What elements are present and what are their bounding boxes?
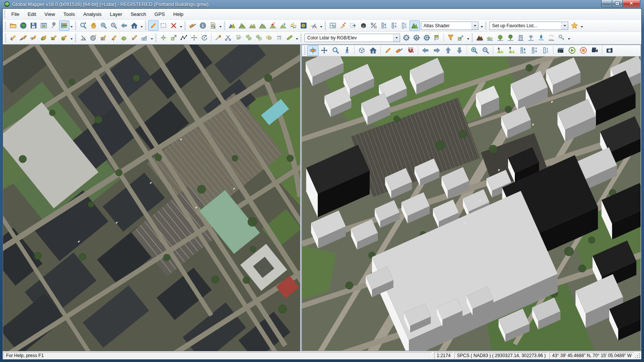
look-down-button[interactable]	[454, 45, 465, 56]
zoom-out-3d-button[interactable]	[480, 45, 491, 56]
dock-pane-button[interactable]	[348, 20, 358, 31]
open-online-data-button[interactable]	[18, 20, 28, 31]
elevation-shader-button[interactable]	[227, 20, 237, 31]
copy-parallel-button[interactable]	[244, 33, 254, 43]
toolbar-dropdown-arrow[interactable]	[466, 33, 470, 42]
zoom-in-3d-button[interactable]	[469, 45, 480, 56]
look-right-button[interactable]	[431, 45, 442, 56]
clear-selection-button[interactable]	[169, 20, 179, 31]
decrease-exaggeration-button[interactable]	[495, 45, 506, 56]
increase-exaggeration-button[interactable]	[506, 45, 517, 56]
create-buffer-button[interactable]	[119, 33, 129, 43]
insert-vertex-button[interactable]	[109, 33, 119, 43]
zoom-out-button[interactable]	[109, 20, 119, 31]
favorites-select-combo[interactable]: Set up Favorites List...	[489, 22, 568, 30]
generate-contours-button[interactable]	[237, 20, 247, 31]
digitizer-tool-button[interactable]	[148, 20, 158, 31]
menu-tools[interactable]: Tools	[59, 10, 79, 19]
edit-vertices-button[interactable]	[179, 33, 189, 43]
show-3d-view-button[interactable]: 3D	[358, 20, 369, 31]
shader-select-combo[interactable]: Atlas Shader	[421, 22, 478, 30]
points-from-area-button[interactable]	[233, 33, 244, 43]
walk-mode-button[interactable]	[341, 45, 353, 56]
lidar-color-picker-button[interactable]	[456, 33, 466, 43]
stylus-edit-button[interactable]	[139, 33, 150, 43]
create-freehand-button[interactable]	[28, 33, 39, 43]
classify-high-vegetation-button[interactable]	[505, 33, 516, 43]
feature-info-button[interactable]	[198, 20, 208, 31]
aerial-map-canvas[interactable]	[3, 45, 300, 351]
full-view-button[interactable]	[129, 20, 139, 31]
create-area-button[interactable]	[39, 33, 49, 43]
wireframe-view-button[interactable]	[356, 45, 367, 56]
snap-magnet-button[interactable]	[405, 45, 416, 56]
capture-video-button[interactable]	[589, 45, 600, 56]
chevron-down-icon[interactable]	[393, 34, 400, 42]
menu-gps[interactable]: GPS	[150, 10, 169, 19]
title-bar[interactable]: Global Mapper v18.0 (b091516) [64-bit] […	[2, 0, 642, 8]
select-features-button[interactable]	[158, 20, 169, 31]
menu-view[interactable]: View	[40, 10, 59, 19]
zoom-in-button[interactable]	[98, 20, 109, 31]
classify-water-button[interactable]	[536, 33, 546, 43]
pan-mode-button[interactable]	[319, 45, 330, 56]
close-button[interactable]: ✕	[622, 0, 640, 7]
auto-classify-noise-button[interactable]	[401, 33, 411, 43]
pen-tool-button[interactable]	[284, 33, 295, 43]
create-circle-button[interactable]	[59, 33, 69, 43]
3d-view-canvas[interactable]	[302, 56, 641, 351]
create-point-button[interactable]	[8, 33, 18, 43]
toolbar-dropdown-arrow[interactable]	[69, 21, 73, 30]
toolbar-dropdown-arrow[interactable]	[295, 33, 299, 42]
play-fly-through-button[interactable]	[566, 45, 578, 56]
lidar-point-display-button[interactable]	[529, 45, 540, 56]
toolbar-dropdown-arrow[interactable]	[179, 21, 183, 30]
lidar-draping-button[interactable]	[517, 45, 529, 56]
lidar-thinning-button[interactable]	[540, 45, 552, 56]
menu-search[interactable]: Search	[127, 10, 150, 19]
minimize-button[interactable]	[601, 0, 612, 7]
toolbar-dropdown-arrow[interactable]	[319, 21, 323, 30]
orbit-mode-button[interactable]	[307, 45, 319, 56]
lidar-return-tool-button[interactable]	[389, 20, 399, 31]
auto-classify-ground-button[interactable]	[411, 33, 422, 43]
chevron-down-icon[interactable]	[561, 22, 568, 30]
combine-areas-button[interactable]	[264, 33, 274, 43]
toolbar-dropdown-arrow[interactable]	[567, 33, 571, 42]
stop-fly-through-button[interactable]	[578, 45, 589, 56]
menu-help[interactable]: Help	[169, 10, 188, 19]
open-control-center-button[interactable]	[59, 20, 69, 31]
move-feature-button[interactable]	[158, 33, 169, 43]
classify-ground-button[interactable]	[475, 33, 485, 43]
offset-copy-button[interactable]	[254, 33, 264, 43]
search-vector-data-button[interactable]	[208, 20, 218, 31]
create-rectangle-button[interactable]	[49, 33, 59, 43]
toolbar-dropdown-arrow[interactable]	[218, 21, 222, 30]
watershed-analysis-button[interactable]	[278, 20, 288, 31]
configuration-button[interactable]	[49, 20, 59, 31]
lidar-height-tool-button[interactable]	[379, 20, 389, 31]
toolbar-dropdown-arrow[interactable]	[139, 21, 144, 30]
record-fly-through-button[interactable]	[555, 45, 566, 56]
toolbar-dropdown-arrow[interactable]	[480, 21, 484, 30]
shader-options-button[interactable]	[299, 20, 309, 31]
create-line-button[interactable]	[18, 33, 28, 43]
classify-medium-vegetation-button[interactable]	[495, 33, 505, 43]
lidar-extract-tool-button[interactable]	[399, 20, 410, 31]
lidar-color-mode-combo[interactable]: Color Lidar by RGB/Elev	[305, 34, 400, 42]
open-file-button[interactable]	[8, 20, 18, 31]
snap-to-feature-button[interactable]	[213, 33, 223, 43]
classify-powerline-button[interactable]	[526, 33, 536, 43]
map-layout-button[interactable]	[39, 20, 49, 31]
create-grid-button[interactable]	[98, 33, 109, 43]
cut-and-fill-button[interactable]	[258, 20, 268, 31]
scale-feature-button[interactable]	[169, 33, 179, 43]
calculate-slope-button[interactable]	[369, 20, 379, 31]
menu-analysis[interactable]: Analysis	[79, 10, 106, 19]
toolbar-dropdown-arrow[interactable]	[580, 21, 584, 30]
map-book-button[interactable]	[328, 20, 338, 31]
gps-navigation-button[interactable]	[338, 20, 348, 31]
verify-features-button[interactable]	[129, 33, 139, 43]
move-vertex-button[interactable]	[189, 33, 199, 43]
previous-view-button[interactable]	[119, 20, 129, 31]
